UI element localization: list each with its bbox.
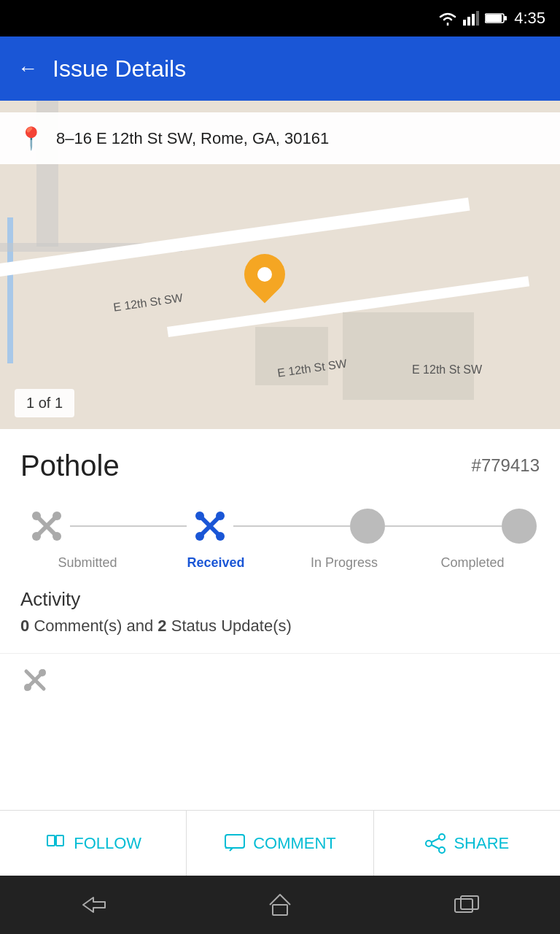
connector-3: [385, 525, 502, 527]
svg-point-26: [439, 834, 445, 840]
received-icon: [187, 503, 233, 549]
follow-button[interactable]: FOLLOW: [0, 811, 187, 876]
svg-point-16: [216, 512, 225, 520]
follow-icon: [44, 833, 66, 854]
svg-point-18: [216, 532, 225, 541]
nav-home-button[interactable]: [251, 887, 309, 923]
step-label-in-progress: In Progress: [280, 555, 408, 571]
svg-rect-3: [476, 11, 479, 26]
status-icons: [438, 11, 507, 26]
issue-title: Pothole: [20, 449, 120, 482]
nav-back-icon: [79, 895, 108, 915]
svg-rect-32: [455, 899, 472, 912]
follow-label: FOLLOW: [74, 834, 141, 853]
nav-recent-button[interactable]: [438, 887, 496, 923]
status-time: 4:35: [514, 9, 545, 28]
progress-labels-row: Submitted Received In Progress Completed: [12, 549, 548, 571]
progress-tracker: Submitted Received In Progress Completed: [0, 482, 560, 571]
svg-point-21: [24, 684, 31, 691]
step-completed: [502, 509, 537, 544]
in-progress-dot: [350, 509, 385, 544]
comment-count: 0: [20, 617, 29, 635]
comment-label: Comment(s) and: [34, 617, 153, 635]
step-label-completed: Completed: [408, 555, 537, 571]
battery-icon: [485, 12, 507, 24]
svg-rect-1: [467, 17, 470, 26]
nav-recent-icon: [454, 895, 480, 915]
issue-info: Pothole #779413: [0, 429, 560, 482]
svg-line-29: [432, 838, 439, 842]
partial-activity-row: [0, 653, 560, 697]
map-block-1: [343, 312, 474, 400]
issue-id: #779413: [472, 455, 540, 476]
comment-button[interactable]: COMMENT: [187, 811, 373, 876]
page-indicator: 1 of 1: [15, 389, 74, 417]
map-road-label-3: E 12th St SW: [412, 363, 482, 377]
connector-1: [70, 525, 187, 527]
step-in-progress: [350, 509, 385, 544]
nav-home-icon: [267, 892, 293, 918]
completed-dot: [502, 509, 537, 544]
action-bar: FOLLOW COMMENT SHARE: [0, 810, 560, 876]
svg-rect-6: [486, 15, 502, 22]
activity-title: Activity: [20, 588, 540, 611]
map-water-line: [7, 217, 13, 363]
submitted-icon: [23, 503, 70, 549]
progress-icons-row: [12, 503, 548, 549]
address-bar: 📍 8–16 E 12th St SW, Rome, GA, 30161: [0, 112, 560, 164]
map-view[interactable]: E 12th St SW E 12th St SW E 12th St SW 📍…: [0, 101, 560, 429]
comment-label: COMMENT: [253, 834, 336, 853]
address-text: 8–16 E 12th St SW, Rome, GA, 30161: [56, 129, 329, 148]
activity-section: Activity 0 Comment(s) and 2 Status Updat…: [0, 571, 560, 653]
svg-line-30: [432, 845, 439, 849]
pin-inner: [257, 267, 272, 282]
svg-rect-2: [472, 14, 475, 26]
svg-rect-0: [463, 20, 466, 26]
svg-rect-24: [56, 835, 63, 846]
share-icon: [424, 833, 446, 854]
svg-point-15: [195, 532, 204, 541]
share-button[interactable]: SHARE: [374, 811, 560, 876]
step-label-received: Received: [152, 555, 280, 571]
step-label-submitted: Submitted: [23, 555, 152, 571]
svg-point-22: [39, 669, 46, 676]
nav-bar: [0, 876, 560, 934]
svg-point-17: [195, 512, 204, 520]
svg-rect-25: [225, 835, 244, 848]
svg-point-28: [439, 847, 445, 853]
svg-point-11: [32, 512, 41, 520]
status-label: Status Update(s): [171, 617, 292, 635]
status-bar: 4:35: [0, 0, 560, 36]
activity-row-icon: [20, 665, 50, 695]
page-title: Issue Details: [52, 55, 186, 82]
svg-point-12: [52, 532, 61, 541]
svg-rect-33: [461, 896, 478, 909]
signal-icon: [463, 11, 479, 26]
nav-back-button[interactable]: [64, 887, 122, 923]
step-submitted: [23, 503, 70, 549]
step-received: [187, 503, 233, 549]
svg-rect-31: [273, 905, 287, 915]
comment-icon: [224, 833, 246, 854]
share-label: SHARE: [454, 834, 509, 853]
svg-point-10: [52, 512, 61, 520]
pin-shape: [236, 245, 293, 303]
activity-count: 0 Comment(s) and 2 Status Update(s): [20, 617, 540, 636]
wifi-icon: [438, 11, 457, 26]
svg-rect-23: [47, 835, 55, 846]
map-pin: [244, 254, 285, 295]
address-pin-icon: 📍: [18, 126, 44, 151]
svg-rect-5: [504, 16, 507, 20]
svg-point-9: [32, 532, 41, 541]
back-button[interactable]: ←: [18, 57, 38, 80]
app-header: ← Issue Details: [0, 36, 560, 101]
status-count: 2: [158, 617, 166, 635]
connector-2: [233, 525, 350, 527]
svg-point-27: [426, 841, 432, 846]
